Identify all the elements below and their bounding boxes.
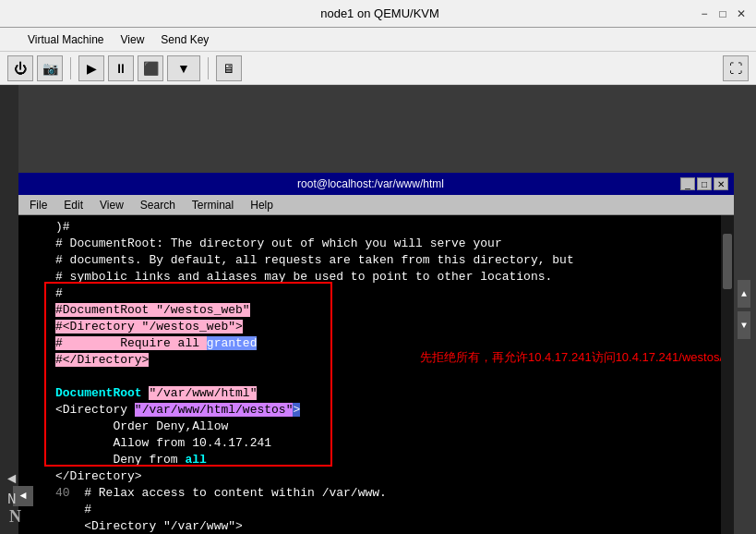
code-line-1: )# [55,220,70,234]
right-down-arrow[interactable]: ▼ [738,311,750,339]
outer-menu-view[interactable]: View [114,31,152,48]
inner-minimize-button[interactable]: _ [680,177,695,190]
inner-maximize-button[interactable]: □ [697,177,712,190]
inner-menu-file[interactable]: File [22,198,54,212]
scroll-thumb[interactable] [723,234,732,289]
code-line-10 [55,370,63,383]
outer-close-button[interactable]: ✕ [734,6,749,21]
code-line-12: <Directory "/var/www/html/westos"> [55,403,300,417]
inner-menu-search[interactable]: Search [133,198,183,212]
nav-label-n: N [9,507,21,527]
inner-window: root@localhost:/var/www/html _ □ ✕ File … [18,173,734,534]
code-line-18: # [55,503,91,516]
toolbar-pause-button[interactable]: ⏸ [108,55,134,81]
inner-titlebar-buttons: _ □ ✕ [680,177,728,190]
code-line-19: <Directory "/var/www"> [55,519,243,533]
inner-menu-view[interactable]: View [92,198,131,212]
right-scroll-arrow[interactable]: N [7,492,17,508]
outer-menu-virtual-machine[interactable]: Virtual Machine [20,31,112,48]
toolbar-play-button[interactable]: ▶ [78,55,104,81]
scrollbar[interactable] [721,215,734,534]
terminal-content: )# # DocumentRoot: The directory out of … [18,215,734,534]
toolbar-display-button[interactable]: 🖥 [216,55,242,81]
outer-window-buttons: − □ ✕ [697,6,749,21]
toolbar-power-button[interactable]: ⏻ [7,55,33,81]
code-line-13: Order Deny,Allow [55,419,228,433]
toolbar-separator-2 [208,57,209,79]
toolbar-separator-1 [70,57,71,79]
inner-menu-help[interactable]: Help [243,198,281,212]
code-line-2: # DocumentRoot: The directory out of whi… [55,237,502,250]
inner-close-button[interactable]: ✕ [714,177,728,190]
inner-window-title: root@localhost:/var/www/html [61,177,680,190]
annotation-text: 先拒绝所有，再允许10.4.17.241访问10.4.17.241/westos… [420,349,723,366]
outer-toolbar: ⏻ 📷 ▶ ⏸ ⬛ ▼ 🖥 ⛶ [0,52,756,85]
right-nav-arrows: ▲ ▼ [738,280,750,339]
toolbar-resize-button[interactable]: ⛶ [723,55,749,81]
code-display: )# # DocumentRoot: The directory out of … [26,219,726,534]
code-line-9: #</Directory> [55,353,149,367]
outer-maximize-button[interactable]: □ [715,6,730,21]
outer-window: node1 on QEMU/KVM − □ ✕ Virtual Machine … [0,0,756,534]
code-line-11: DocumentRoot "/var/www/html" [55,386,257,400]
code-line-6: #DocumentRoot "/westos_web" [55,303,250,317]
right-up-arrow[interactable]: ▲ [738,280,750,308]
code-line-5: # [55,286,63,300]
outer-left-panel [0,85,18,534]
outer-menu-sendkey[interactable]: Send Key [153,31,216,48]
code-line-3: # documents. By default, all requests ar… [55,253,574,267]
code-line-8: # Require all granted [55,336,257,350]
toolbar-stop-button[interactable]: ⬛ [138,55,163,81]
code-line-4: # symbolic links and aliases may be used… [55,270,552,284]
inner-menu-edit[interactable]: Edit [56,198,90,212]
code-line-17: 40 # Relax access to content within /var… [55,486,387,500]
code-line-14: Allow from 10.4.17.241 [55,436,271,450]
code-line-16: </Directory> [55,469,142,483]
inner-titlebar: root@localhost:/var/www/html _ □ ✕ [18,173,734,195]
outer-minimize-button[interactable]: − [697,6,712,21]
toolbar-screenshot-button[interactable]: 📷 [37,55,63,81]
outer-titlebar: node1 on QEMU/KVM − □ ✕ [0,0,756,28]
inner-menu-terminal[interactable]: Terminal [185,198,241,212]
inner-menubar: File Edit View Search Terminal Help [18,195,734,215]
code-line-15: Deny from all [55,453,207,467]
code-line-7: #<Directory "/westos_web"> [55,320,243,334]
outer-window-title: node1 on QEMU/KVM [63,6,697,20]
outer-menubar: Virtual Machine View Send Key [0,28,756,52]
outer-menu-item-empty[interactable] [4,38,18,42]
outer-window-bg: root@localhost:/var/www/html _ □ ✕ File … [0,85,756,534]
toolbar-dropdown-button[interactable]: ▼ [167,55,200,81]
left-scroll-arrow[interactable]: ◄ [7,471,17,488]
